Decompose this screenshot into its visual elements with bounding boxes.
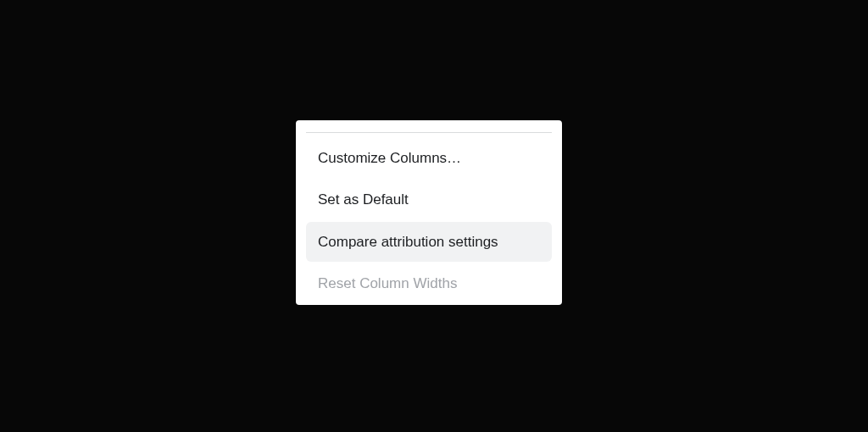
menu-item-customize-columns[interactable]: Customize Columns… xyxy=(306,138,552,178)
menu-divider xyxy=(306,132,552,133)
menu-item-set-as-default[interactable]: Set as Default xyxy=(306,180,552,219)
columns-dropdown-menu: Customize Columns… Set as Default Compar… xyxy=(296,120,562,305)
menu-item-compare-attribution-settings[interactable]: Compare attribution settings xyxy=(306,222,552,262)
menu-list: Customize Columns… Set as Default Compar… xyxy=(296,120,562,305)
menu-item-reset-column-widths: Reset Column Widths xyxy=(306,263,552,303)
